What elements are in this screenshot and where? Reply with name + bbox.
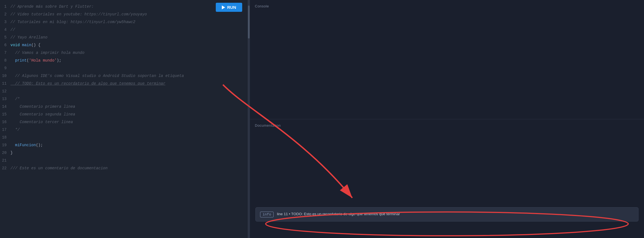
table-row: 8 print('Hola mundo');	[0, 57, 248, 64]
run-button-label: RUN	[227, 5, 236, 10]
table-row: 14 Comentario primera linea	[0, 103, 248, 110]
line-content: // Aprende más sobre Dart y Flutter:	[10, 3, 248, 10]
code-area[interactable]: 1 // Aprende más sobre Dart y Flutter: 2…	[0, 0, 248, 238]
console-section: Console	[250, 0, 644, 119]
line-number: 21	[0, 157, 10, 164]
table-row: 21	[0, 157, 248, 164]
line-content: */	[10, 126, 248, 133]
info-notification: info line 11 • TODO: Esto es un recordat…	[255, 207, 638, 222]
line-content: //	[10, 26, 248, 33]
line-content: // Yayo Arellano	[10, 34, 248, 41]
table-row: 12	[0, 87, 248, 95]
line-content: // TODO: Esto es un recordatorio de algo…	[10, 80, 248, 87]
info-badge: info	[260, 212, 274, 217]
table-row: 4 //	[0, 26, 248, 34]
line-number: 16	[0, 118, 10, 126]
table-row: 5 // Yayo Arellano	[0, 34, 248, 41]
line-content: // Tutoriales en mi blog: https://tinyur…	[10, 18, 248, 26]
line-content: print('Hola mundo');	[10, 57, 248, 64]
line-content: // Algunos IDE's como Visual studio o An…	[10, 72, 248, 79]
table-row: 20 }	[0, 149, 248, 157]
scrollbar-thumb[interactable]	[248, 5, 250, 38]
line-number: 18	[0, 134, 10, 141]
line-number: 12	[0, 88, 10, 95]
line-number: 17	[0, 126, 10, 133]
line-number: 14	[0, 103, 10, 110]
line-number: 4	[0, 26, 10, 33]
line-content: miFuncion();	[10, 142, 248, 149]
run-button-area: RUN	[216, 3, 242, 12]
run-button[interactable]: RUN	[216, 3, 242, 12]
line-content: }	[10, 149, 248, 156]
line-content: Comentario tercer linea	[10, 118, 248, 126]
scrollbar[interactable]	[248, 0, 250, 238]
table-row: 2 // Video tutoriales en youtube: https:…	[0, 10, 248, 18]
table-row: 9	[0, 64, 248, 72]
line-number: 11	[0, 80, 10, 87]
right-panel: Console Documentation info line 11 • TOD…	[250, 0, 644, 238]
editor-panel: RUN 1 // Aprende más sobre Dart y Flutte…	[0, 0, 248, 238]
table-row: 1 // Aprende más sobre Dart y Flutter:	[0, 3, 248, 10]
info-message: line 11 • TODO: Esto es un recordatorio …	[277, 211, 400, 217]
play-icon	[222, 5, 225, 9]
table-row: 16 Comentario tercer linea	[0, 118, 248, 126]
line-number: 6	[0, 41, 10, 49]
line-content: /*	[10, 95, 248, 103]
line-content: // Video tutoriales en youtube: https://…	[10, 11, 248, 18]
table-row: 22 /// Este es un comentario de document…	[0, 164, 248, 172]
line-number: 15	[0, 111, 10, 118]
table-row: 6 void main() {	[0, 41, 248, 49]
line-number: 8	[0, 57, 10, 64]
line-content: /// Este es un comentario de documentaci…	[10, 165, 248, 172]
table-row: 15 Comentario segunda linea	[0, 110, 248, 118]
line-content: Comentario segunda linea	[10, 111, 248, 118]
table-row: 3 // Tutoriales en mi blog: https://tiny…	[0, 18, 248, 26]
line-number: 13	[0, 95, 10, 103]
table-row: 13 /*	[0, 95, 248, 103]
table-row: 17 */	[0, 126, 248, 134]
line-number: 20	[0, 149, 10, 156]
line-number: 2	[0, 11, 10, 18]
documentation-title: Documentation	[255, 123, 281, 128]
line-content: // Vamos a imprimir hola mundo	[10, 49, 248, 56]
line-number: 22	[0, 165, 10, 172]
console-title: Console	[255, 4, 269, 8]
documentation-section: Documentation info line 11 • TODO: Esto …	[250, 119, 644, 238]
line-number: 10	[0, 72, 10, 79]
line-number: 9	[0, 65, 10, 72]
line-number: 7	[0, 49, 10, 56]
line-number: 1	[0, 3, 10, 10]
line-content: void main() {	[10, 41, 248, 49]
line-number: 5	[0, 34, 10, 41]
table-row: 10 // Algunos IDE's como Visual studio o…	[0, 72, 248, 80]
table-row: 18	[0, 134, 248, 141]
table-row: 11 // TODO: Esto es un recordatorio de a…	[0, 80, 248, 87]
line-number: 19	[0, 142, 10, 149]
table-row: 19 miFuncion();	[0, 141, 248, 149]
table-row: 7 // Vamos a imprimir hola mundo	[0, 49, 248, 57]
line-number: 3	[0, 18, 10, 26]
line-content: Comentario primera linea	[10, 103, 248, 110]
